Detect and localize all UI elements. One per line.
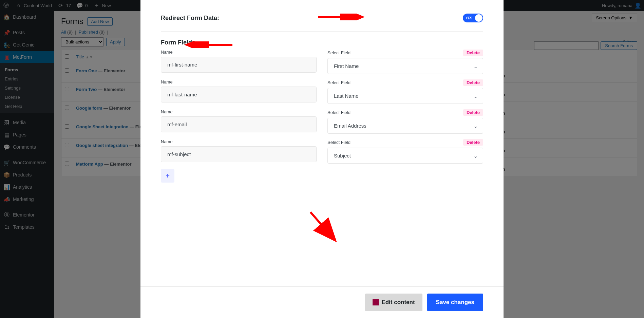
form-fields-title: Form Fields: [161, 39, 483, 46]
redirect-label: Redirect Form Data:: [161, 15, 219, 22]
select-label: Select Field: [327, 140, 351, 145]
field-select[interactable]: Last Name: [327, 88, 483, 104]
select-label: Select Field: [327, 110, 351, 115]
redirect-section: Redirect Form Data: YES: [161, 10, 483, 32]
name-label: Name: [161, 109, 173, 114]
settings-modal: Redirect Form Data: YES Form Fields Name…: [140, 0, 504, 318]
field-row: Name Select FieldDelete First Name ⌄: [161, 50, 483, 74]
field-name-input[interactable]: [161, 57, 317, 73]
name-label: Name: [161, 50, 173, 55]
name-label: Name: [161, 139, 173, 144]
select-label: Select Field: [327, 80, 351, 85]
edit-content-button[interactable]: Edit content: [365, 294, 422, 311]
field-row: Name Select FieldDelete Subject ⌄: [161, 139, 483, 164]
delete-field-button[interactable]: Delete: [463, 109, 483, 116]
field-name-input[interactable]: [161, 87, 317, 102]
delete-field-button[interactable]: Delete: [463, 50, 483, 56]
field-row: Name Select FieldDelete Email Address ⌄: [161, 109, 483, 134]
elementor-badge-icon: [373, 299, 379, 305]
field-select[interactable]: Subject: [327, 148, 483, 164]
select-label: Select Field: [327, 50, 351, 55]
toggle-text: YES: [466, 16, 472, 20]
field-row: Name Select FieldDelete Last Name ⌄: [161, 79, 483, 104]
field-select[interactable]: First Name: [327, 58, 483, 74]
name-label: Name: [161, 79, 173, 85]
field-name-input[interactable]: [161, 146, 317, 162]
add-field-button[interactable]: +: [161, 169, 174, 183]
save-changes-button[interactable]: Save changes: [427, 294, 483, 311]
delete-field-button[interactable]: Delete: [463, 139, 483, 146]
field-select[interactable]: Email Address: [327, 118, 483, 134]
redirect-toggle[interactable]: YES: [463, 14, 483, 22]
field-name-input[interactable]: [161, 116, 317, 132]
toggle-knob: [475, 14, 482, 22]
delete-field-button[interactable]: Delete: [463, 79, 483, 86]
